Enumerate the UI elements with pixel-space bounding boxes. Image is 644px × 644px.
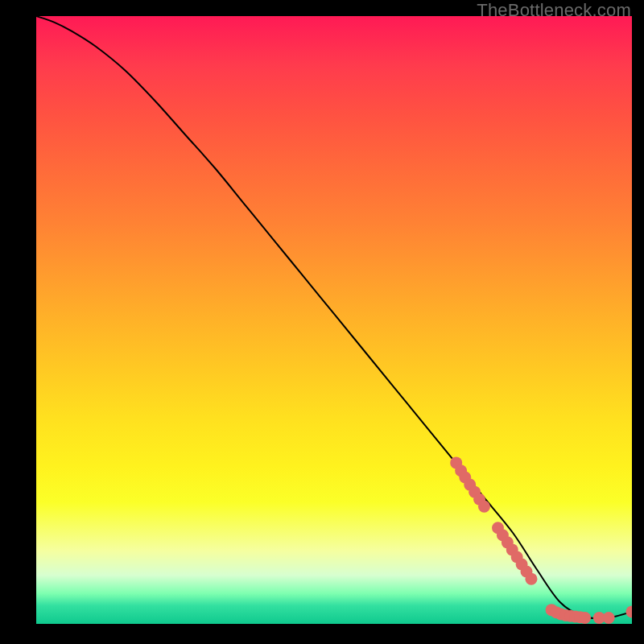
chart-frame: TheBottleneck.com <box>0 0 644 644</box>
watermark-text: TheBottleneck.com <box>477 0 631 21</box>
plot-area <box>36 16 632 624</box>
data-point <box>579 612 591 624</box>
data-point <box>478 501 490 513</box>
data-point <box>525 573 537 585</box>
data-point <box>603 612 615 624</box>
bottleneck-curve <box>36 16 632 618</box>
data-points <box>450 456 632 624</box>
chart-svg <box>36 16 632 624</box>
data-point <box>626 605 633 617</box>
